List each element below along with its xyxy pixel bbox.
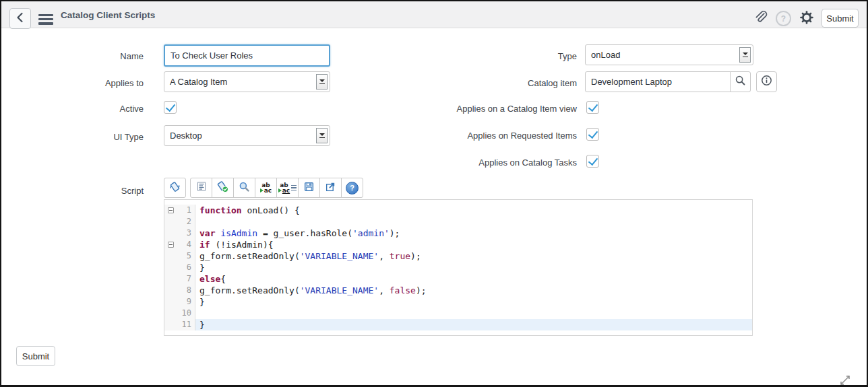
catalog-client-script-form: Catalog Client Scripts ? bbox=[0, 0, 868, 387]
type-value: onLoad bbox=[591, 50, 620, 60]
applies-on-catalog-tasks-label: Applies on Catalog Tasks bbox=[408, 157, 577, 168]
fold-collapse-icon[interactable] bbox=[168, 242, 174, 248]
open-in-new-window-button[interactable] bbox=[319, 178, 342, 198]
gear-icon bbox=[799, 9, 815, 28]
dropdown-arrow-icon[interactable] bbox=[316, 74, 328, 90]
line-number: 2 bbox=[177, 216, 195, 227]
line-number: 1 bbox=[177, 205, 195, 216]
info-icon bbox=[761, 75, 772, 89]
help-icon: ? bbox=[776, 11, 791, 26]
code-lines: 1function onLoad() {23var isAdmin = g_us… bbox=[164, 200, 752, 330]
attachment-button[interactable] bbox=[752, 9, 768, 28]
chevron-left-icon bbox=[16, 12, 25, 26]
active-checkbox[interactable] bbox=[164, 101, 177, 114]
line-number: 3 bbox=[177, 227, 195, 239]
settings-button[interactable] bbox=[799, 9, 815, 28]
active-label: Active bbox=[28, 104, 144, 114]
ui-type-label: UI Type bbox=[28, 132, 144, 142]
format-lines-icon bbox=[196, 181, 207, 195]
back-button[interactable] bbox=[9, 8, 31, 29]
header-bar: Catalog Client Scripts ? bbox=[1, 1, 867, 28]
search-icon bbox=[735, 75, 746, 89]
code-line[interactable]: 9} bbox=[164, 296, 752, 308]
header-submit-button[interactable]: Submit bbox=[822, 9, 859, 28]
name-label: Name bbox=[28, 51, 144, 61]
code-line[interactable]: 8g_form.setReadOnly('VARIABLE_NAME', fal… bbox=[164, 285, 752, 296]
line-number: 9 bbox=[177, 296, 195, 308]
search-in-script-button[interactable] bbox=[233, 178, 255, 198]
type-label: Type bbox=[408, 51, 577, 61]
code-line[interactable]: 1function onLoad() { bbox=[164, 205, 752, 216]
catalog-item-label: Catalog item bbox=[408, 78, 577, 88]
dropdown-arrow-icon[interactable] bbox=[316, 128, 328, 143]
script-editor-toolbar: ab ac ab ac bbox=[164, 178, 363, 198]
reference-preview-button[interactable] bbox=[756, 71, 777, 92]
replace-button[interactable]: ab ac bbox=[255, 178, 277, 198]
code-line[interactable]: 5g_form.setReadOnly('VARIABLE_NAME', tru… bbox=[164, 250, 752, 262]
script-label: Script bbox=[28, 186, 144, 196]
save-script-button[interactable] bbox=[298, 178, 320, 198]
magnifier-icon bbox=[239, 181, 250, 195]
applies-on-requested-items-checkbox[interactable] bbox=[586, 128, 599, 141]
line-number: 7 bbox=[177, 273, 195, 285]
floppy-disk-icon bbox=[303, 181, 315, 195]
page-title: Catalog Client Scripts bbox=[61, 10, 155, 20]
applies-to-label: Applies to bbox=[28, 78, 144, 88]
format-code-button[interactable] bbox=[190, 178, 212, 198]
footer-submit-button[interactable]: Submit bbox=[16, 346, 55, 366]
script-code-editor[interactable]: 1function onLoad() {23var isAdmin = g_us… bbox=[164, 199, 753, 336]
help-icon: ? bbox=[346, 182, 359, 195]
line-number: 8 bbox=[177, 285, 195, 296]
help-button[interactable]: ? bbox=[776, 11, 791, 26]
code-line[interactable]: 10 bbox=[164, 308, 752, 319]
code-line[interactable]: 7else{ bbox=[164, 273, 752, 285]
toggle-syntax-editor-button[interactable] bbox=[164, 178, 186, 198]
reference-lookup-button[interactable] bbox=[730, 71, 751, 92]
code-line[interactable]: 11} bbox=[164, 319, 752, 330]
applies-to-select[interactable]: A Catalog Item bbox=[164, 71, 330, 92]
code-line[interactable]: 4if (!isAdmin){ bbox=[164, 239, 752, 250]
context-menu-icon[interactable] bbox=[38, 14, 53, 27]
applies-on-requested-items-label: Applies on Requested Items bbox=[408, 131, 577, 141]
line-number: 6 bbox=[177, 262, 195, 273]
name-input[interactable] bbox=[164, 44, 330, 67]
ui-type-select[interactable]: Desktop bbox=[164, 125, 330, 146]
code-line[interactable]: 2 bbox=[164, 216, 752, 227]
replace-icon: ab ac bbox=[260, 182, 272, 193]
replace-all-button[interactable]: ab ac bbox=[276, 178, 299, 198]
resize-handle-icon[interactable] bbox=[838, 374, 852, 387]
script-help-button[interactable]: ? bbox=[341, 178, 363, 198]
line-number: 10 bbox=[177, 308, 195, 319]
check-syntax-button[interactable] bbox=[212, 178, 234, 198]
applies-on-catalog-item-view-checkbox[interactable] bbox=[586, 101, 599, 114]
line-number: 5 bbox=[177, 250, 195, 262]
applies-on-catalog-item-view-label: Applies on a Catalog Item view bbox=[408, 104, 577, 114]
ui-type-value: Desktop bbox=[170, 131, 202, 141]
line-number: 11 bbox=[177, 319, 195, 330]
popout-icon bbox=[325, 181, 336, 195]
dropdown-arrow-icon[interactable] bbox=[739, 47, 751, 63]
line-number: 4 bbox=[177, 239, 195, 250]
type-select[interactable]: onLoad bbox=[585, 44, 753, 65]
applies-on-catalog-tasks-checkbox[interactable] bbox=[586, 155, 599, 168]
script-check-icon bbox=[217, 181, 228, 195]
paperclip-icon bbox=[752, 9, 768, 28]
applies-to-value: A Catalog Item bbox=[170, 77, 227, 87]
catalog-item-input[interactable] bbox=[585, 71, 731, 92]
script-scroll-icon bbox=[169, 181, 181, 195]
fold-collapse-icon[interactable] bbox=[168, 207, 174, 213]
replace-all-icon: ab ac bbox=[278, 182, 297, 193]
code-line[interactable]: 6} bbox=[164, 262, 752, 273]
code-line[interactable]: 3var isAdmin = g_user.hasRole('admin'); bbox=[164, 227, 752, 239]
